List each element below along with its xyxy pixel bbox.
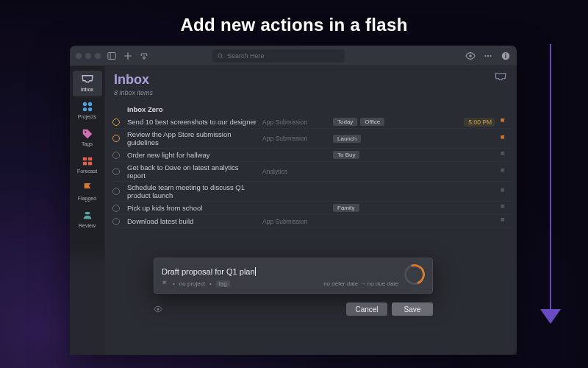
tag-pill[interactable]: Today [333, 118, 357, 126]
flag-icon[interactable] [499, 218, 506, 225]
svg-point-7 [490, 54, 491, 56]
status-circle[interactable] [112, 205, 120, 212]
svg-point-15 [85, 131, 86, 132]
task-row[interactable]: Send 10 best screenshots to our designer… [111, 116, 511, 129]
tag-pill[interactable]: Office [360, 118, 384, 126]
page-title: Inbox [114, 72, 153, 88]
sidebar-toggle-icon[interactable] [107, 51, 117, 61]
svg-point-5 [484, 54, 486, 56]
cancel-button[interactable]: Cancel [346, 302, 387, 316]
flag-icon[interactable] [162, 280, 168, 287]
svg-point-2 [218, 53, 222, 57]
tag-pill[interactable]: Launch [333, 135, 361, 143]
add-button[interactable] [123, 51, 133, 61]
task-tags: TodayOffice [333, 118, 459, 126]
task-title: Order new light for hallway [127, 151, 258, 159]
sidebar-item-review[interactable]: Review [73, 207, 102, 233]
search-placeholder: Search Here [227, 52, 265, 60]
sidebar-item-label: Forecast [77, 169, 97, 174]
sidebar-item-projects[interactable]: Projects [73, 98, 102, 124]
sidebar-item-label: Review [79, 223, 96, 228]
svg-point-10 [505, 53, 506, 54]
search-input[interactable]: Search Here [212, 49, 345, 63]
flag-icon[interactable] [499, 205, 506, 212]
task-project: Analytics [262, 168, 329, 175]
svg-rect-19 [87, 162, 91, 165]
quick-entry-tag-field[interactable]: tag [216, 280, 230, 287]
search-icon [217, 52, 224, 60]
svg-rect-17 [87, 158, 91, 160]
tag-pill[interactable]: Family [333, 204, 359, 212]
task-row[interactable]: Review the App Store submission guidelin… [111, 129, 511, 149]
app-window: Search Here InboxProjectsTagsForecastFla… [70, 46, 517, 355]
task-tags: To Buy [333, 151, 459, 159]
inbox-icon [81, 74, 94, 85]
task-row[interactable]: Download latest buildApp Submission [111, 215, 511, 228]
svg-rect-9 [505, 54, 506, 57]
status-circle[interactable] [112, 168, 120, 175]
group-header[interactable]: Inbox Zero [111, 102, 511, 116]
traffic-lights[interactable] [76, 53, 101, 59]
svg-rect-0 [108, 52, 116, 59]
window-toolbar: Search Here [70, 46, 517, 66]
status-circle[interactable] [112, 135, 120, 142]
status-circle[interactable] [112, 188, 120, 195]
review-icon [81, 210, 94, 222]
eye-icon[interactable] [154, 305, 162, 314]
eye-icon[interactable] [465, 51, 476, 61]
flag-icon[interactable] [499, 152, 506, 159]
sidebar-item-flagged[interactable]: Flagged [73, 180, 102, 205]
task-time: 5:00 PM [464, 118, 495, 127]
task-project: App Submission [262, 118, 329, 126]
task-title: Download latest build [127, 217, 258, 225]
svg-point-6 [487, 54, 489, 56]
task-row[interactable]: Order new light for hallwayTo Buy [111, 149, 511, 162]
sidebar-item-label: Inbox [81, 87, 93, 92]
task-title: Get back to Dave on latest analytics rep… [127, 163, 258, 180]
decorative-arrow [539, 44, 562, 339]
sidebar-item-inbox[interactable]: Inbox [73, 71, 102, 96]
info-icon[interactable] [501, 51, 511, 61]
forecast-icon [81, 155, 94, 167]
quick-entry-icon[interactable] [139, 51, 149, 61]
progress-ring-icon [401, 261, 428, 288]
flag-icon[interactable] [499, 118, 506, 126]
status-circle[interactable] [112, 152, 120, 159]
svg-point-13 [82, 107, 86, 111]
quick-entry-overlay: Draft proposal for Q1 plan • no project … [70, 244, 517, 355]
quick-entry-footer: Cancel Save [154, 300, 433, 319]
svg-rect-16 [82, 158, 86, 160]
svg-point-14 [87, 107, 91, 111]
page-subtitle: 8 inbox items [114, 89, 153, 96]
tag-pill[interactable]: To Buy [333, 151, 359, 159]
flag-icon[interactable] [499, 188, 506, 195]
marketing-headline: Add new actions in a flash [0, 15, 588, 35]
status-circle[interactable] [112, 118, 120, 126]
task-row[interactable]: Get back to Dave on latest analytics rep… [111, 162, 511, 182]
sidebar-item-tags[interactable]: Tags [73, 125, 102, 151]
svg-point-21 [157, 308, 159, 311]
task-tags: Launch [333, 135, 459, 143]
quick-entry-title-input[interactable]: Draft proposal for Q1 plan [162, 267, 256, 276]
more-icon[interactable] [483, 51, 493, 61]
inbox-tray-icon [493, 72, 508, 82]
sidebar-item-label: Flagged [78, 196, 96, 201]
svg-point-12 [87, 102, 91, 106]
sidebar-item-forecast[interactable]: Forecast [73, 152, 102, 178]
quick-entry-project-field[interactable]: no project [179, 280, 205, 287]
svg-rect-18 [82, 162, 86, 165]
task-title: Review the App Store submission guidelin… [127, 130, 258, 146]
task-list: Inbox ZeroSend 10 best screenshots to ou… [105, 99, 517, 228]
flag-icon [81, 183, 94, 194]
flag-icon[interactable] [499, 168, 506, 175]
flag-icon[interactable] [499, 135, 506, 142]
sidebar-item-label: Projects [78, 114, 96, 119]
svg-point-4 [469, 54, 472, 57]
task-row[interactable]: Pick up kids from schoolFamily [111, 202, 511, 215]
svg-point-11 [82, 102, 86, 106]
quick-entry-sheet: Draft proposal for Q1 plan • no project … [154, 258, 433, 294]
save-button[interactable]: Save [392, 302, 433, 316]
task-row[interactable]: Schedule team meeting to discuss Q1 prod… [111, 182, 511, 202]
quick-entry-dates[interactable]: no defer date → no due date [323, 280, 398, 287]
status-circle[interactable] [112, 218, 120, 225]
